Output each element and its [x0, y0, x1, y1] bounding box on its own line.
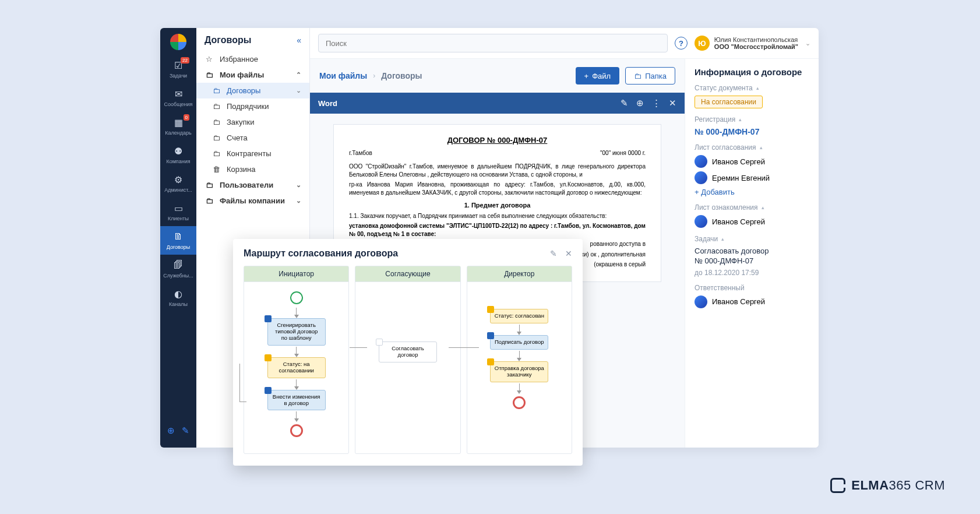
badge: 22 — [181, 57, 189, 64]
folder-icon: 🗀 — [634, 72, 641, 80]
lane-approvers: Согласующие Согласовать договор — [355, 266, 460, 454]
tree-item[interactable]: 🗀Договоры⌄ — [196, 83, 309, 98]
avatar — [695, 295, 707, 308]
rail-contracts[interactable]: 🗎Договоры — [160, 226, 196, 255]
start-event-icon — [290, 291, 303, 304]
folder-tree: ☆Избранное🗀Мои файлы⌃🗀Договоры⌄🗀Подрядчи… — [196, 51, 309, 213]
rail-admin[interactable]: ⚙Админист... — [160, 169, 196, 198]
chevron-icon: ⌄ — [296, 197, 301, 205]
rail-channels[interactable]: ◐Каналы — [160, 283, 196, 312]
new-file-button[interactable]: +Файл — [576, 67, 620, 85]
close-icon[interactable]: ✕ — [669, 98, 676, 108]
folder-icon: 🗀 — [213, 86, 222, 95]
task-node[interactable]: Согласовать договор — [379, 342, 437, 362]
more-icon[interactable]: ⋮ — [652, 98, 661, 108]
status-heading[interactable]: Статус документа — [695, 84, 809, 92]
new-folder-button[interactable]: 🗀Папка — [625, 67, 675, 85]
gear-icon: ⚙ — [172, 174, 184, 185]
status-tag-icon — [265, 354, 272, 361]
lane-header: Директор — [467, 266, 572, 282]
folder-icon: 🗀 — [206, 196, 215, 205]
ack-heading[interactable]: Лист ознакомления — [695, 203, 809, 212]
task-due: до 18.12.2020 17:59 — [695, 269, 809, 277]
document-bar: Word ✎ ⊕ ⋮ ✕ — [310, 93, 685, 114]
tree-item[interactable]: 🗀Файлы компании⌄ — [196, 193, 309, 209]
script-tag-icon — [487, 358, 494, 365]
status-tag-icon — [487, 306, 494, 313]
panel-title: Информация о договоре — [695, 67, 809, 77]
doc-type: Word — [318, 99, 337, 108]
headset-icon: ◐ — [172, 288, 184, 300]
user-menu[interactable]: Ю Юлия Константинопольская ООО "Мосгосст… — [695, 36, 810, 51]
route-modal: Маршрут согласования договора ✎ ✕ Инициа… — [233, 239, 583, 466]
add-icon[interactable]: ⊕ — [636, 98, 644, 108]
search-input[interactable] — [318, 34, 668, 52]
approver-row[interactable]: Иванов Сергей — [695, 155, 809, 168]
task-node[interactable]: Отправка договора заказчику — [490, 361, 548, 382]
rail-memos[interactable]: 🗐Служебны... — [160, 255, 196, 283]
status-node[interactable]: Статус: на согласовании — [267, 357, 326, 378]
doc-tag-icon — [376, 339, 383, 346]
tree-item[interactable]: 🗑Корзина — [196, 161, 309, 177]
rail-tasks[interactable]: 22☑Задачи — [160, 55, 196, 83]
ack-row[interactable]: Иванов Сергей — [695, 215, 809, 228]
pin-icon[interactable]: ✎ — [182, 425, 189, 436]
folder-icon: 🗀 — [206, 71, 215, 79]
collapse-icon[interactable]: « — [297, 36, 301, 45]
folder-icon: 🗀 — [213, 133, 222, 142]
tree-item[interactable]: 🗀Счета — [196, 130, 309, 146]
approver-row[interactable]: Еремин Евгений — [695, 171, 809, 184]
rail-messages[interactable]: ✉Сообщения — [160, 83, 196, 112]
tree-item[interactable]: 🗀Закупки — [196, 114, 309, 130]
tree-item[interactable]: 🗀Мои файлы⌃ — [196, 67, 309, 83]
note-icon: 🗐 — [172, 259, 184, 271]
trash-icon: 🗑 — [213, 165, 222, 174]
rail-bottom: ⊕ ✎ — [161, 420, 195, 442]
nav-rail: 22☑Задачи ✉Сообщения 0▦Календарь ⚉Компан… — [160, 28, 196, 448]
badge: 0 — [184, 114, 189, 121]
tasks-heading[interactable]: Задачи — [695, 235, 809, 243]
rail-clients[interactable]: ▭Клиенты — [160, 198, 196, 226]
approval-heading[interactable]: Лист согласования — [695, 143, 809, 152]
task-node[interactable]: Подписать договор — [490, 335, 548, 350]
status-badge: На согласовании — [695, 96, 763, 108]
product-brand: ELMA365 CRM — [830, 478, 945, 493]
registration-number[interactable]: № 000-ДМФН-07 — [695, 127, 809, 136]
crumb-root[interactable]: Мои файлы — [319, 71, 367, 80]
user-tag-icon — [265, 315, 272, 322]
tree-item[interactable]: ☆Избранное — [196, 51, 309, 67]
connector — [350, 347, 367, 348]
status-node[interactable]: Статус: согласован — [490, 309, 548, 323]
end-event-icon — [513, 396, 526, 409]
card-icon: ▭ — [172, 202, 184, 214]
rail-company[interactable]: ⚉Компания — [160, 140, 196, 169]
user-tag-icon — [265, 387, 272, 394]
task-node[interactable]: Внести изменения в договор — [267, 390, 326, 411]
edit-icon[interactable]: ✎ — [550, 249, 557, 258]
connector — [461, 347, 479, 348]
logo-icon[interactable] — [170, 34, 186, 50]
task-node[interactable]: Сгенирировать типовой договор по шаблону — [267, 318, 326, 346]
doc-title: ДОГОВОР № 000-ДМФН-07 — [349, 135, 646, 146]
tree-item[interactable]: 🗀Контрагенты — [196, 146, 309, 161]
task-item[interactable]: Согласовать договор № 000-ДМФН-07 — [695, 247, 809, 266]
chevron-right-icon: › — [373, 72, 375, 80]
info-panel: Информация о договоре Статус документа Н… — [685, 59, 819, 448]
tree-item[interactable]: 🗀Подрядчики — [196, 98, 309, 114]
add-approver-button[interactable]: + Добавить — [695, 188, 809, 196]
responsible-heading: Ответственный — [695, 284, 809, 292]
tree-item[interactable]: 🗀Пользователи⌄ — [196, 177, 309, 193]
help-icon[interactable]: ? — [675, 37, 688, 50]
user-org: ООО "Мосгосстройломай" — [714, 43, 798, 50]
add-icon[interactable]: ⊕ — [167, 425, 175, 436]
close-icon[interactable]: ✕ — [565, 249, 572, 258]
lane-director: Директор Статус: согласован Подписать до… — [467, 266, 572, 454]
edit-icon[interactable]: ✎ — [621, 98, 628, 108]
rail-calendar[interactable]: 0▦Календарь — [160, 112, 196, 140]
registration-heading[interactable]: Регистрация — [695, 115, 809, 124]
mail-icon: ✉ — [172, 88, 184, 100]
lane-header: Инициатор — [244, 266, 348, 282]
breadcrumb-bar: Мои файлы › Договоры +Файл 🗀Папка — [310, 59, 685, 93]
responsible-row[interactable]: Иванов Сергей — [695, 295, 809, 308]
chevron-icon: ⌃ — [296, 71, 301, 79]
